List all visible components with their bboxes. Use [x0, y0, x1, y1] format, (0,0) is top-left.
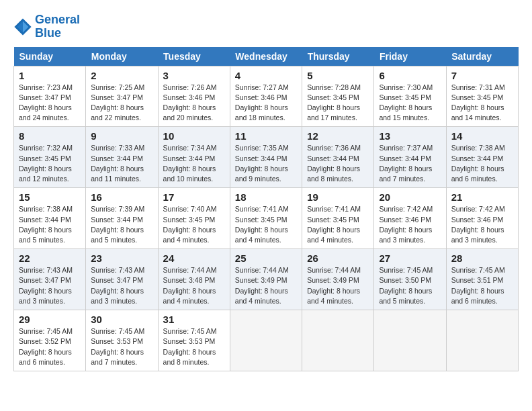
page-header: General Blue — [13, 13, 519, 40]
logo: General Blue — [13, 13, 80, 40]
day-cell: 7Sunrise: 7:31 AMSunset: 3:45 PMDaylight… — [446, 66, 518, 127]
day-cell: 27Sunrise: 7:45 AMSunset: 3:50 PMDayligh… — [374, 249, 446, 310]
day-cell: 9Sunrise: 7:33 AMSunset: 3:44 PMDaylight… — [86, 127, 158, 188]
day-cell: 20Sunrise: 7:42 AMSunset: 3:46 PMDayligh… — [374, 188, 446, 249]
week-row-3: 15Sunrise: 7:38 AMSunset: 3:44 PMDayligh… — [14, 188, 519, 249]
col-sunday: Sunday — [14, 47, 86, 66]
calendar-table: Sunday Monday Tuesday Wednesday Thursday… — [13, 47, 519, 371]
logo-icon — [13, 17, 32, 36]
week-row-5: 29Sunrise: 7:45 AMSunset: 3:52 PMDayligh… — [14, 310, 519, 371]
day-cell: 19Sunrise: 7:41 AMSunset: 3:45 PMDayligh… — [302, 188, 374, 249]
day-cell: 16Sunrise: 7:39 AMSunset: 3:44 PMDayligh… — [86, 188, 158, 249]
week-row-4: 22Sunrise: 7:43 AMSunset: 3:47 PMDayligh… — [14, 249, 519, 310]
day-cell: 17Sunrise: 7:40 AMSunset: 3:45 PMDayligh… — [158, 188, 230, 249]
day-cell: 21Sunrise: 7:42 AMSunset: 3:46 PMDayligh… — [446, 188, 518, 249]
day-cell: 15Sunrise: 7:38 AMSunset: 3:44 PMDayligh… — [14, 188, 86, 249]
day-cell — [230, 310, 302, 371]
day-cell: 26Sunrise: 7:44 AMSunset: 3:49 PMDayligh… — [302, 249, 374, 310]
day-cell: 13Sunrise: 7:37 AMSunset: 3:44 PMDayligh… — [374, 127, 446, 188]
week-row-1: 1Sunrise: 7:23 AMSunset: 3:47 PMDaylight… — [14, 66, 519, 127]
day-cell — [446, 310, 518, 371]
week-row-2: 8Sunrise: 7:32 AMSunset: 3:45 PMDaylight… — [14, 127, 519, 188]
day-cell: 30Sunrise: 7:45 AMSunset: 3:53 PMDayligh… — [86, 310, 158, 371]
day-cell: 25Sunrise: 7:44 AMSunset: 3:49 PMDayligh… — [230, 249, 302, 310]
day-cell: 28Sunrise: 7:45 AMSunset: 3:51 PMDayligh… — [446, 249, 518, 310]
header-row: Sunday Monday Tuesday Wednesday Thursday… — [14, 47, 519, 66]
col-saturday: Saturday — [446, 47, 518, 66]
col-thursday: Thursday — [302, 47, 374, 66]
day-cell: 14Sunrise: 7:38 AMSunset: 3:44 PMDayligh… — [446, 127, 518, 188]
day-cell: 11Sunrise: 7:35 AMSunset: 3:44 PMDayligh… — [230, 127, 302, 188]
day-cell: 12Sunrise: 7:36 AMSunset: 3:44 PMDayligh… — [302, 127, 374, 188]
col-monday: Monday — [86, 47, 158, 66]
day-cell: 18Sunrise: 7:41 AMSunset: 3:45 PMDayligh… — [230, 188, 302, 249]
day-cell — [302, 310, 374, 371]
day-cell — [374, 310, 446, 371]
day-cell: 24Sunrise: 7:44 AMSunset: 3:48 PMDayligh… — [158, 249, 230, 310]
day-cell: 8Sunrise: 7:32 AMSunset: 3:45 PMDaylight… — [14, 127, 86, 188]
day-cell: 4Sunrise: 7:27 AMSunset: 3:46 PMDaylight… — [230, 66, 302, 127]
day-cell: 31Sunrise: 7:45 AMSunset: 3:53 PMDayligh… — [158, 310, 230, 371]
day-cell: 10Sunrise: 7:34 AMSunset: 3:44 PMDayligh… — [158, 127, 230, 188]
day-cell: 2Sunrise: 7:25 AMSunset: 3:47 PMDaylight… — [86, 66, 158, 127]
col-tuesday: Tuesday — [158, 47, 230, 66]
day-cell: 6Sunrise: 7:30 AMSunset: 3:45 PMDaylight… — [374, 66, 446, 127]
day-cell: 22Sunrise: 7:43 AMSunset: 3:47 PMDayligh… — [14, 249, 86, 310]
day-cell: 1Sunrise: 7:23 AMSunset: 3:47 PMDaylight… — [14, 66, 86, 127]
day-cell: 3Sunrise: 7:26 AMSunset: 3:46 PMDaylight… — [158, 66, 230, 127]
day-cell: 23Sunrise: 7:43 AMSunset: 3:47 PMDayligh… — [86, 249, 158, 310]
logo-text: General Blue — [35, 13, 80, 40]
day-cell: 5Sunrise: 7:28 AMSunset: 3:45 PMDaylight… — [302, 66, 374, 127]
col-wednesday: Wednesday — [230, 47, 302, 66]
day-cell: 29Sunrise: 7:45 AMSunset: 3:52 PMDayligh… — [14, 310, 86, 371]
col-friday: Friday — [374, 47, 446, 66]
